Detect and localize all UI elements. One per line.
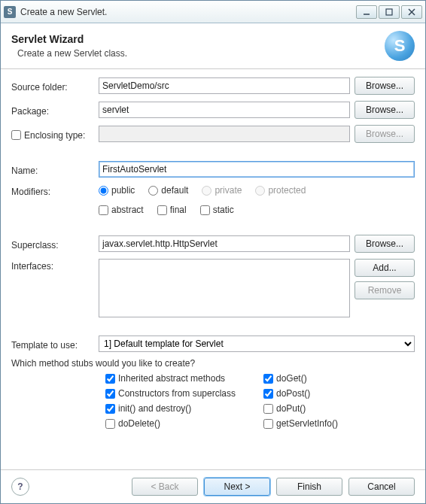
wizard-content: Source folder: Browse... Package: Browse…: [1, 69, 425, 469]
enclosing-type-checkbox[interactable]: [11, 130, 21, 140]
modifier-checkbox-abstract[interactable]: abstract: [99, 205, 144, 215]
superclass-input[interactable]: [99, 235, 350, 252]
finish-button[interactable]: Finish: [276, 478, 342, 496]
back-button: < Back: [132, 478, 198, 496]
browse-superclass-button[interactable]: Browse...: [354, 235, 415, 253]
modifier-radio-public[interactable]: public: [99, 185, 135, 196]
enclosing-type-label: Enclosing type:: [24, 130, 85, 141]
stub-checkbox[interactable]: doPut(): [263, 403, 384, 414]
wizard-title: Servlet Wizard: [11, 33, 385, 45]
interfaces-label: Interfaces:: [11, 259, 94, 272]
superclass-label: Superclass:: [11, 238, 94, 250]
close-button[interactable]: [401, 5, 422, 19]
stub-checkbox[interactable]: doPost(): [263, 388, 384, 399]
modifier-radio-default[interactable]: default: [148, 185, 188, 196]
modifier-checkbox-final[interactable]: final: [157, 205, 187, 215]
browse-package-button[interactable]: Browse...: [354, 101, 415, 119]
template-label: Template to use:: [11, 338, 94, 351]
svg-rect-1: [386, 9, 392, 15]
source-folder-input[interactable]: [99, 77, 350, 94]
stub-checkbox[interactable]: doGet(): [263, 373, 384, 384]
titlebar: S Create a new Servlet.: [1, 1, 425, 23]
stub-checkbox[interactable]: Inherited abstract methods: [105, 373, 256, 384]
browse-enclosing-button: Browse...: [354, 125, 415, 143]
cancel-button[interactable]: Cancel: [348, 478, 415, 496]
wizard-subtitle: Create a new Servlet class.: [11, 48, 385, 59]
stub-checkbox[interactable]: init() and destroy(): [105, 403, 256, 414]
modifier-radio-private: private: [202, 185, 242, 196]
minimize-button[interactable]: [356, 5, 377, 19]
help-button[interactable]: ?: [11, 478, 29, 496]
browse-source-button[interactable]: Browse...: [354, 77, 415, 95]
package-label: Package:: [11, 104, 94, 117]
name-input[interactable]: [99, 161, 415, 178]
stub-checkbox[interactable]: getServletInfo(): [263, 418, 384, 429]
source-folder-label: Source folder:: [11, 80, 94, 93]
add-interface-button[interactable]: Add...: [354, 259, 415, 277]
modifier-checkbox-static[interactable]: static: [200, 205, 234, 215]
window-title: Create a new Servlet.: [20, 7, 354, 17]
stub-checkbox[interactable]: Constructors from superclass: [105, 388, 256, 399]
wizard-header: Servlet Wizard Create a new Servlet clas…: [1, 23, 425, 69]
modifier-radio-protected: protected: [255, 185, 306, 196]
wizard-footer: ? < Back Next > Finish Cancel: [1, 469, 425, 503]
package-input[interactable]: [99, 102, 350, 118]
stub-checkbox[interactable]: doDelete(): [105, 418, 256, 429]
servlet-logo-icon: S: [385, 31, 415, 61]
modifiers-label: Modifiers:: [11, 184, 94, 197]
template-select[interactable]: 1] Default template for Servlet: [99, 335, 415, 352]
app-icon: S: [4, 6, 16, 18]
dialog-window: S Create a new Servlet. Servlet Wizard C…: [0, 0, 426, 504]
maximize-button[interactable]: [379, 5, 400, 19]
name-label: Name:: [11, 163, 94, 176]
remove-interface-button: Remove: [354, 281, 415, 299]
interfaces-list[interactable]: [99, 259, 350, 317]
stubs-question: Which method stubs would you like to cre…: [11, 358, 415, 369]
enclosing-type-input: [99, 126, 350, 142]
next-button[interactable]: Next >: [204, 478, 270, 496]
